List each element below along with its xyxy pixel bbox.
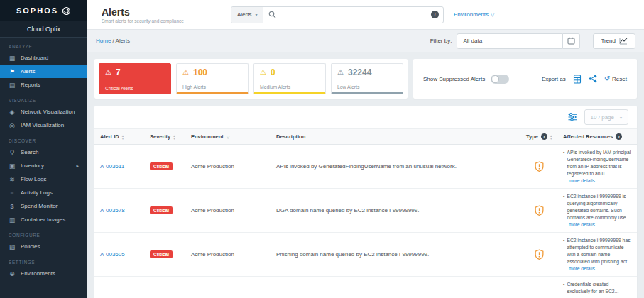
date-range-value: All data xyxy=(463,38,482,44)
main-area: Alerts Smart alerts for security and com… xyxy=(87,0,644,298)
calendar-button[interactable] xyxy=(563,33,580,49)
show-suppressed-label: Show Suppressed Alerts xyxy=(423,76,485,82)
environments-link[interactable]: Environments ▽ xyxy=(454,11,494,18)
type-cell xyxy=(520,189,557,233)
threat-type-icon xyxy=(535,205,544,216)
search-icon: ⚲ xyxy=(9,149,16,156)
column-header-environment[interactable]: Environment ▽ xyxy=(185,129,271,145)
critical-alerts-card[interactable]: ⚠ 7 Critical Alerts xyxy=(99,63,171,94)
sidebar-item-label: Flow Logs xyxy=(21,176,46,182)
sidebar-item-container-images[interactable]: ▥ Container Images xyxy=(0,213,87,226)
reset-icon: ↺ xyxy=(604,75,610,82)
sidebar-item-label: Environments xyxy=(21,270,55,277)
sidebar-item-policies[interactable]: ▧ Policies xyxy=(0,240,87,253)
sidebar-item-dashboard[interactable]: ▦ Dashboard xyxy=(0,51,87,65)
page-title: Alerts xyxy=(102,6,221,18)
high-alerts-card[interactable]: ⚠ 100 High Alerts xyxy=(176,63,249,94)
breadcrumb: Home / Alerts xyxy=(96,38,130,44)
sidebar-item-environments[interactable]: ⊕ Environments xyxy=(0,267,87,280)
export-excel-button[interactable] xyxy=(573,74,582,84)
sidebar-item-label: Reports xyxy=(21,82,40,88)
more-details-link[interactable]: more details... xyxy=(569,178,599,183)
suppressed-alerts-toggle[interactable] xyxy=(491,74,509,84)
sidebar-item-iam-visualization[interactable]: ◎ IAM Visualization xyxy=(0,118,87,132)
info-icon[interactable]: i xyxy=(541,133,547,140)
search-magnifier-icon xyxy=(268,11,276,18)
search-info-icon[interactable]: i xyxy=(431,11,439,18)
sidebar-item-activity-logs[interactable]: ≡ Activity Logs xyxy=(0,186,87,199)
alert-id-link[interactable]: A-003578 xyxy=(100,207,125,214)
critical-alerts-count: 7 xyxy=(116,67,121,77)
summary-row: ⚠ 7 Critical Alerts ⚠ 100 High Alerts xyxy=(94,59,637,99)
trend-chart-icon xyxy=(619,37,628,45)
page-size-select[interactable]: 10 / page ▾ xyxy=(584,109,628,125)
sophos-logo-text: SOPHOS xyxy=(16,6,58,15)
sort-icon[interactable]: ▴▾ xyxy=(173,134,175,140)
chevron-down-icon: ▾ xyxy=(255,12,257,17)
sidebar-item-label: Activity Logs xyxy=(21,189,53,196)
info-icon[interactable]: i xyxy=(616,133,622,140)
sidebar-item-spend-monitor[interactable]: $ Spend Monitor xyxy=(0,199,87,213)
global-search: Alerts ▾ i xyxy=(231,6,444,23)
low-alerts-count: 32244 xyxy=(348,67,371,77)
high-alerts-label: High Alerts xyxy=(182,84,242,89)
sidebar-item-reports[interactable]: ▤ Reports xyxy=(0,78,87,92)
table-row: A-003578 Critical Acme Production DGA do… xyxy=(94,189,637,233)
high-alerts-count: 100 xyxy=(193,67,207,77)
alert-id-header-label: Alert ID xyxy=(100,133,119,140)
sidebar: SOPHOS Cloud Optix ANALYZE ▦ Dashboard ⚑… xyxy=(0,0,87,298)
share-icon xyxy=(589,74,597,83)
column-header-description: Description xyxy=(271,129,520,145)
app-window: SOPHOS Cloud Optix ANALYZE ▦ Dashboard ⚑… xyxy=(0,0,644,298)
threat-type-icon xyxy=(535,249,544,260)
sort-icon[interactable]: ▴▾ xyxy=(122,134,124,140)
toggle-knob xyxy=(491,75,499,83)
medium-warning-icon: ⚠ xyxy=(260,69,266,76)
alert-id-link[interactable]: A-003605 xyxy=(100,251,125,258)
activity-logs-icon: ≡ xyxy=(9,189,16,197)
affected-text: EC2 instance i-99999999 has attempted to… xyxy=(567,237,631,265)
column-header-alert-id[interactable]: Alert ID ▴▾ xyxy=(94,129,144,145)
title-block: Alerts Smart alerts for security and com… xyxy=(102,6,221,23)
column-header-severity[interactable]: Severity ▴▾ xyxy=(144,129,185,145)
environment-cell: Acme Production xyxy=(185,189,271,233)
alerts-table-card: 10 / page ▾ Alert ID ▴▾ xyxy=(94,106,637,298)
table-row: •Credentials created exclusively for an … xyxy=(94,277,637,298)
sort-icon[interactable]: ▴▾ xyxy=(550,134,552,140)
top-header: Alerts Smart alerts for security and com… xyxy=(87,0,644,29)
affected-text: EC2 instance i-99999999 is querying algo… xyxy=(567,193,631,221)
date-range-select[interactable]: All data xyxy=(457,33,563,49)
bullet-icon: • xyxy=(563,237,564,265)
search-scope-select[interactable]: Alerts ▾ xyxy=(231,7,263,23)
column-header-type[interactable]: Type i ▴▾ xyxy=(520,129,557,145)
search-input[interactable] xyxy=(279,7,431,23)
more-details-link[interactable]: more details... xyxy=(569,222,599,227)
page-size-value: 10 / page xyxy=(591,114,614,121)
share-button[interactable] xyxy=(589,74,597,83)
sidebar-item-label: IAM Visualization xyxy=(21,122,64,128)
sidebar-item-label: Dashboard xyxy=(21,55,48,61)
sidebar-item-inventory[interactable]: ▣ Inventory ▸ xyxy=(0,159,87,172)
sidebar-item-search[interactable]: ⚲ Search xyxy=(0,145,87,159)
medium-alerts-card[interactable]: ⚠ 0 Medium Alerts xyxy=(253,63,326,94)
sidebar-item-label: Spend Monitor xyxy=(21,203,58,209)
breadcrumb-home-link[interactable]: Home xyxy=(96,38,111,44)
alerts-table: Alert ID ▴▾ Severity ▴▾ Environment ▽ De… xyxy=(94,128,637,298)
column-header-affected-resources: Affected Resources i xyxy=(557,129,637,145)
affected-text: APIs invoked by IAM principal GeneratedF… xyxy=(567,149,631,177)
sidebar-item-flow-logs[interactable]: ≋ Flow Logs xyxy=(0,172,87,186)
low-alerts-label: Low Alerts xyxy=(337,84,397,89)
reports-icon: ▤ xyxy=(9,82,16,89)
sidebar-item-network-visualization[interactable]: ◈ Network Visualization xyxy=(0,105,87,118)
breadcrumb-current: Alerts xyxy=(116,38,130,44)
low-alerts-card[interactable]: ⚠ 32244 Low Alerts xyxy=(331,63,403,94)
type-header-label: Type xyxy=(526,133,538,140)
sophos-logo: SOPHOS xyxy=(0,0,87,21)
trend-button[interactable]: Trend xyxy=(593,33,635,49)
more-details-link[interactable]: more details... xyxy=(569,266,599,271)
sidebar-item-alerts[interactable]: ⚑ Alerts xyxy=(0,65,87,78)
column-settings-button[interactable] xyxy=(568,113,577,121)
funnel-icon[interactable]: ▽ xyxy=(227,134,230,139)
alert-id-link[interactable]: A-003611 xyxy=(100,163,124,170)
reset-button[interactable]: ↺ Reset xyxy=(604,75,627,82)
